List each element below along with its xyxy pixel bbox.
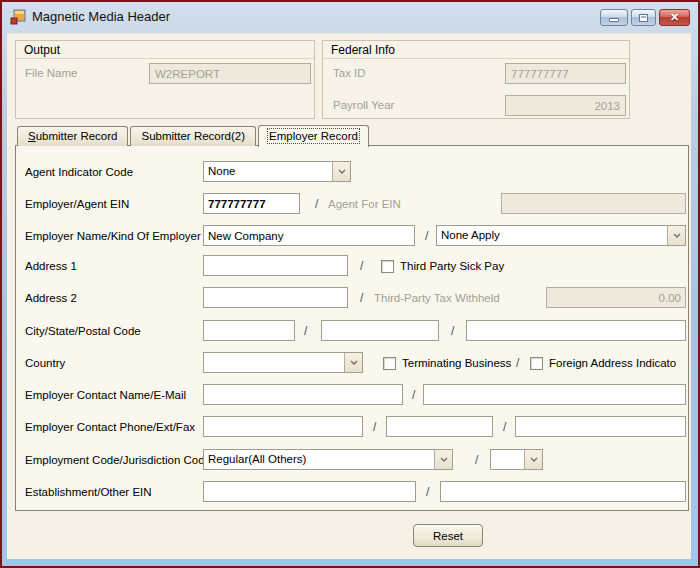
contact-email-field[interactable]: [423, 384, 686, 405]
title-bar[interactable]: Magnetic Media Header ✕: [2, 2, 698, 31]
row-country: Country Terminating Business / Foreign A…: [16, 352, 688, 374]
employer-agent-ein-label: Employer/Agent EIN: [25, 193, 129, 215]
maximize-button[interactable]: [631, 9, 656, 26]
third-party-tax-withheld-field: [546, 287, 686, 308]
city-state-postal-label: City/State/Postal Code: [25, 320, 141, 342]
maximize-icon: [639, 14, 648, 22]
separator: /: [475, 449, 478, 471]
row-contact-name-email: Employer Contact Name/E-Mail /: [16, 384, 688, 406]
separator: /: [425, 225, 428, 247]
address-1-label: Address 1: [25, 255, 77, 277]
checkbox-icon: [530, 357, 543, 370]
minimize-button[interactable]: [600, 9, 628, 26]
employer-name-label: Employer Name/Kind Of Employer: [25, 225, 201, 247]
row-employment-code: Employment Code/Jurisdiction Code Regula…: [16, 449, 688, 471]
output-group: Output File Name: [15, 40, 315, 119]
separator: /: [516, 352, 519, 374]
kind-of-employer-select[interactable]: None Apply: [436, 225, 686, 246]
tax-id-label: Tax ID: [333, 67, 366, 79]
checkbox-icon: [381, 260, 394, 273]
tab-employer-record[interactable]: Employer Record: [258, 125, 369, 147]
payroll-year-label: Payroll Year: [333, 99, 394, 111]
client-area: Output File Name Federal Info Tax ID Pay…: [7, 33, 691, 559]
agent-for-ein-field: [501, 193, 686, 214]
window-title: Magnetic Media Header: [32, 9, 170, 24]
separator: /: [426, 481, 429, 503]
contact-fax-field[interactable]: [515, 416, 686, 437]
foreign-address-indicator-checkbox[interactable]: Foreign Address Indicato: [530, 352, 676, 374]
agent-indicator-code-select[interactable]: None: [203, 161, 351, 182]
separator: /: [304, 320, 307, 342]
minimize-icon: [609, 18, 619, 22]
separator: /: [315, 193, 318, 215]
row-city-state-postal: City/State/Postal Code / /: [16, 320, 688, 342]
contact-ext-field[interactable]: [386, 416, 493, 437]
chevron-down-icon: [350, 360, 358, 365]
output-group-title: Output: [16, 41, 314, 59]
employment-code-label: Employment Code/Jurisdiction Code: [25, 449, 211, 471]
terminating-business-checkbox[interactable]: Terminating Business: [383, 352, 511, 374]
row-agent-indicator-code: Agent Indicator Code None: [16, 161, 688, 183]
contact-phone-ext-fax-label: Employer Contact Phone/Ext/Fax: [25, 416, 195, 438]
jurisdiction-code-select[interactable]: [490, 449, 543, 470]
payroll-year-field: [505, 95, 626, 116]
contact-name-email-label: Employer Contact Name/E-Mail: [25, 384, 186, 406]
tab-submitter-record-2[interactable]: Submitter Record(2): [130, 126, 256, 146]
address-1-field[interactable]: [203, 255, 348, 276]
other-ein-field[interactable]: [440, 481, 686, 502]
separator: /: [503, 416, 506, 438]
close-button[interactable]: ✕: [659, 9, 690, 26]
app-icon: [10, 9, 26, 25]
employer-agent-ein-field[interactable]: [203, 193, 300, 214]
checkbox-icon: [383, 357, 396, 370]
city-field[interactable]: [203, 320, 295, 341]
employer-name-field[interactable]: [203, 225, 415, 246]
contact-name-field[interactable]: [203, 384, 403, 405]
close-icon: ✕: [670, 10, 679, 25]
address-2-label: Address 2: [25, 287, 77, 309]
contact-phone-field[interactable]: [203, 416, 363, 437]
third-party-tax-withheld-label: Third-Party Tax Withheld: [374, 287, 500, 309]
row-employer-name: Employer Name/Kind Of Employer / None Ap…: [16, 225, 688, 247]
separator: /: [451, 320, 454, 342]
row-employer-agent-ein: Employer/Agent EIN / Agent For EIN: [16, 193, 688, 215]
window: Magnetic Media Header ✕ Output File Name…: [0, 0, 700, 568]
file-name-field: [149, 63, 311, 84]
establishment-other-ein-label: Establishment/Other EIN: [25, 481, 152, 503]
federal-info-group: Federal Info Tax ID Payroll Year: [322, 40, 630, 119]
chevron-down-icon: [673, 233, 681, 238]
postal-code-field[interactable]: [466, 320, 686, 341]
file-name-label: File Name: [25, 67, 77, 79]
agent-for-ein-label: Agent For EIN: [328, 193, 401, 215]
chevron-down-icon: [338, 169, 346, 174]
separator: /: [360, 255, 363, 277]
tab-strip: Submitter Record Submitter Record(2) Emp…: [17, 125, 371, 146]
agent-indicator-code-label: Agent Indicator Code: [25, 161, 133, 183]
tab-submitter-record[interactable]: Submitter Record: [17, 126, 128, 146]
row-address-2: Address 2 / Third-Party Tax Withheld: [16, 287, 688, 309]
employment-code-select[interactable]: Regular(All Others): [203, 449, 453, 470]
separator: /: [360, 287, 363, 309]
employer-record-panel: Agent Indicator Code None Employer/Agent…: [15, 145, 689, 511]
third-party-sick-pay-checkbox[interactable]: Third Party Sick Pay: [381, 255, 504, 277]
federal-info-group-title: Federal Info: [323, 41, 629, 59]
row-address-1: Address 1 / Third Party Sick Pay: [16, 255, 688, 277]
state-field[interactable]: [321, 320, 439, 341]
separator: /: [412, 384, 415, 406]
chevron-down-icon: [530, 457, 538, 462]
tax-id-field: [505, 63, 626, 84]
separator: /: [373, 416, 376, 438]
country-label: Country: [25, 352, 65, 374]
address-2-field[interactable]: [203, 287, 348, 308]
country-select[interactable]: [203, 352, 363, 373]
reset-button[interactable]: Reset: [413, 524, 483, 547]
chevron-down-icon: [440, 457, 448, 462]
row-contact-phone-ext-fax: Employer Contact Phone/Ext/Fax / /: [16, 416, 688, 438]
row-establishment-other-ein: Establishment/Other EIN /: [16, 481, 688, 503]
establishment-field[interactable]: [203, 481, 416, 502]
